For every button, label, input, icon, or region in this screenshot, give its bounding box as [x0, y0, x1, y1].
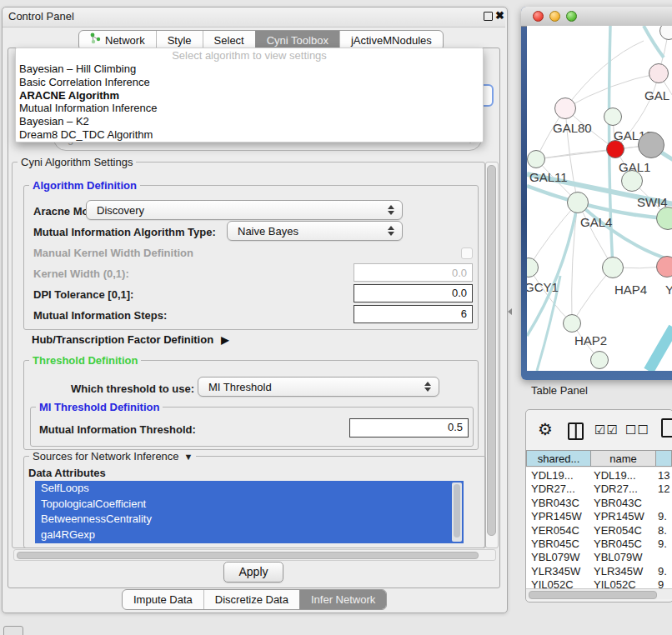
- table-cell: 9.: [655, 538, 667, 551]
- collapsed-arrow-icon[interactable]: ▶: [221, 334, 228, 346]
- settings-horizontal-scrollbar[interactable]: [13, 549, 496, 561]
- scrollbar-thumb[interactable]: [529, 591, 657, 599]
- attributes-scrollbar[interactable]: [452, 482, 462, 542]
- data-attributes-list[interactable]: SelfLoopsTopologicalCoefficientBetweenne…: [35, 481, 464, 543]
- control-panel-titlebar[interactable]: [3, 8, 505, 28]
- dpi-tolerance-field[interactable]: 0.0: [354, 284, 473, 302]
- data-attribute-item[interactable]: BetweennessCentrality: [35, 512, 464, 528]
- close-traffic-light-icon[interactable]: [533, 11, 544, 22]
- minimize-traffic-light-icon[interactable]: [549, 11, 560, 22]
- table-row[interactable]: YDR27...YDR27...12: [526, 482, 672, 496]
- algorithm-option[interactable]: Bayesian – Hill Climbing: [16, 62, 483, 76]
- table-row[interactable]: YBR045CYBR045C9.: [526, 538, 672, 551]
- network-node[interactable]: [621, 170, 643, 192]
- desktop: Control Panel ✖ Network Style Select Cyn…: [0, 0, 672, 635]
- table-panel-title: Table Panel: [531, 384, 588, 397]
- scrollbar-thumb[interactable]: [487, 165, 496, 536]
- table-cell: YBR045C: [526, 538, 590, 551]
- network-window-titlebar[interactable]: [521, 7, 672, 27]
- mi-type-value: Naive Bayes: [238, 225, 298, 238]
- apply-button[interactable]: Apply: [223, 562, 283, 582]
- control-panel-title: Control Panel: [8, 10, 74, 22]
- threshold-definition-title: Threshold Definition: [29, 354, 141, 367]
- scrollbar-thumb[interactable]: [17, 552, 479, 560]
- table-cell: 9.: [655, 565, 667, 578]
- table-cell: 13: [655, 469, 669, 482]
- select-all-checkboxes-icon[interactable]: ☑☑: [594, 422, 619, 438]
- table-horizontal-scrollbar[interactable]: [526, 588, 672, 599]
- mi-steps-field[interactable]: 6: [354, 305, 473, 323]
- panel-divider-collapse-icon[interactable]: [508, 308, 512, 315]
- dpi-tolerance-label: DPI Tolerance [0,1]:: [33, 288, 133, 301]
- algorithm-option[interactable]: Basic Correlation Inference: [16, 76, 483, 89]
- table-row[interactable]: YER054CYER054C8.: [526, 524, 672, 538]
- manual-kernel-checkbox[interactable]: [461, 248, 473, 259]
- table-body[interactable]: YDL19...YDL19...13YDR27...YDR27...12YBR0…: [526, 468, 672, 588]
- tab-infer-network[interactable]: Infer Network: [299, 590, 386, 609]
- mi-type-combo[interactable]: Naive Bayes: [227, 221, 403, 241]
- network-node[interactable]: [567, 192, 589, 213]
- network-node-label: GAL11: [529, 170, 568, 184]
- network-node[interactable]: [656, 256, 672, 278]
- table-cell: 8.: [655, 524, 667, 538]
- algorithm-option[interactable]: Mutual Information Inference: [16, 102, 483, 115]
- aracne-mode-combo[interactable]: Discovery: [86, 200, 403, 220]
- mi-threshold-field[interactable]: 0.5: [349, 418, 469, 438]
- network-node[interactable]: [527, 150, 545, 168]
- table-row[interactable]: YBL079WYBL079W: [526, 551, 672, 564]
- table-cell: YBR043C: [590, 497, 655, 510]
- algorithm-option[interactable]: Bayesian – K2: [16, 115, 483, 128]
- network-node[interactable]: [606, 140, 624, 158]
- close-icon[interactable]: ✖: [495, 9, 504, 22]
- algorithm-option[interactable]: ARACNE Algorithm: [16, 89, 483, 102]
- new-document-icon[interactable]: [661, 418, 672, 438]
- table-cell: YIL052C: [590, 578, 655, 588]
- table-row[interactable]: YIL052CYIL052C9: [526, 578, 672, 588]
- network-node[interactable]: [604, 108, 622, 126]
- which-threshold-combo[interactable]: MI Threshold: [198, 377, 439, 397]
- data-attribute-item[interactable]: TopologicalCoefficient: [35, 497, 464, 512]
- table-row[interactable]: YLR345WYLR345W9.: [526, 565, 672, 578]
- scrollbar-thumb[interactable]: [454, 484, 460, 538]
- column-header-shared-name[interactable]: shared...: [526, 450, 591, 467]
- kernel-width-label: Kernel Width (0,1):: [33, 268, 129, 280]
- data-attribute-item[interactable]: gal4RGexp: [35, 528, 464, 543]
- column-header-partial[interactable]: [655, 450, 672, 467]
- deselect-checkboxes-icon[interactable]: ☐☐: [625, 422, 649, 438]
- data-attribute-item[interactable]: SelfLoops: [35, 481, 464, 497]
- settings-vertical-scrollbar[interactable]: [485, 162, 499, 548]
- network-node[interactable]: [590, 351, 609, 369]
- network-node-label: GAL80: [553, 121, 592, 135]
- zoom-traffic-light-icon[interactable]: [566, 11, 577, 22]
- kernel-width-field[interactable]: 0.0: [354, 263, 473, 282]
- tab-impute-data[interactable]: Impute Data: [123, 590, 203, 609]
- network-canvas[interactable]: GALGAL80GAL10GAL1GAL11SWI4GAL4GCY1HAP4YH…: [527, 26, 672, 371]
- network-node[interactable]: [649, 63, 669, 83]
- collapsed-panel-icon[interactable]: [3, 626, 23, 635]
- network-node[interactable]: [602, 257, 624, 278]
- sources-title[interactable]: Sources for Network Inference▼: [29, 450, 196, 463]
- mi-type-label: Mutual Information Algorithm Type:: [33, 226, 216, 238]
- network-node-label: GCY1: [527, 280, 559, 294]
- network-node[interactable]: [638, 132, 664, 158]
- table-cell: YBR045C: [590, 538, 655, 551]
- hub-transcription-factor-section[interactable]: Hub/Transcription Factor Definition▶: [32, 333, 228, 346]
- tab-discretize-data-label: Discretize Data: [215, 590, 288, 609]
- float-window-icon[interactable]: [484, 12, 493, 21]
- sources-title-label: Sources for Network Inference: [33, 450, 179, 462]
- algorithm-option[interactable]: Dream8 DC_TDC Algorithm: [16, 128, 483, 142]
- gear-icon[interactable]: ⚙: [538, 419, 553, 439]
- network-node[interactable]: [563, 314, 581, 332]
- table-cell: YER054C: [590, 524, 655, 538]
- network-node-label: GAL: [644, 88, 669, 102]
- column-layout-icon[interactable]: [568, 422, 584, 440]
- table-row[interactable]: YBR043CYBR043C: [526, 497, 672, 510]
- column-header-name[interactable]: name: [590, 450, 656, 467]
- which-threshold-label: Which threshold to use:: [71, 382, 194, 395]
- tab-discretize-data[interactable]: Discretize Data: [203, 590, 299, 609]
- table-row[interactable]: YPR145WYPR145W9.: [526, 510, 672, 523]
- table-row[interactable]: YDL19...YDL19...13: [526, 469, 672, 482]
- network-node[interactable]: [554, 98, 576, 119]
- data-attributes-label: Data Attributes: [28, 467, 106, 479]
- expanded-arrow-icon[interactable]: ▼: [184, 452, 193, 462]
